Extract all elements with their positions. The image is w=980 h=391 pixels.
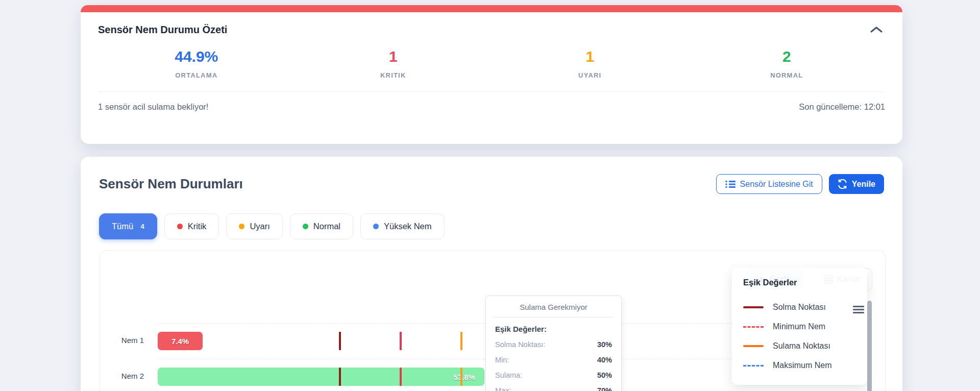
stat-value: 44.9% xyxy=(98,48,295,65)
chart-menu-icon[interactable] xyxy=(853,306,864,315)
stat-label: ORTALAMA xyxy=(98,71,295,79)
stat-value: 1 xyxy=(295,48,492,65)
threshold-tick-40 xyxy=(400,368,402,386)
legend-item: Sulama Noktası xyxy=(743,336,867,356)
tooltip-row-label: Solma Noktası: xyxy=(495,340,545,349)
status-dot-icon xyxy=(177,224,183,229)
legend-label: Sulama Noktası xyxy=(773,341,830,351)
sensors-card-title: Sensör Nem Durumları xyxy=(99,176,243,192)
stat-label: KRITIK xyxy=(295,71,492,79)
solid-line-swatch xyxy=(743,306,764,308)
summary-stats: 44.9%ORTALAMA1KRITIK1UYARI2NORMAL xyxy=(81,48,902,79)
row-gridline xyxy=(158,359,769,359)
solid-line-swatch xyxy=(743,345,764,347)
status-dot-icon xyxy=(239,224,244,229)
last-update-text: Son güncelleme: 12:01 xyxy=(799,102,885,112)
tooltip-row-label: Max: xyxy=(495,386,511,391)
tooltip-threshold-row: Max:70% xyxy=(495,386,612,391)
status-filters: Tümü4KritikUyarıNormalYüksek Nem xyxy=(81,213,902,239)
category-label: Nem 1 xyxy=(100,336,151,345)
summary-card: Sensör Nem Durumu Özeti 44.9%ORTALAMA1KR… xyxy=(81,5,902,144)
legend-item: Solma Noktası xyxy=(743,298,867,317)
summary-card-title: Sensör Nem Durumu Özeti xyxy=(98,24,227,36)
tooltip-row-label: Sulama: xyxy=(495,371,522,379)
filter-pill-uyarı[interactable]: Uyarı xyxy=(226,213,282,239)
tooltip-threshold-row: Min:40% xyxy=(495,356,612,364)
summary-stat: 1KRITIK xyxy=(295,48,492,79)
legend-item: Minimum Nem xyxy=(743,317,867,336)
summary-stat: 2NORMAL xyxy=(689,48,886,79)
status-dot-icon xyxy=(373,224,379,229)
stat-label: NORMAL xyxy=(689,71,886,79)
threshold-tick-50 xyxy=(460,368,462,386)
filter-pill-tümü[interactable]: Tümü4 xyxy=(99,213,157,239)
filter-pill-normal[interactable]: Normal xyxy=(290,213,353,239)
legend-item: Maksimum Nem xyxy=(743,356,867,375)
legend-title: Eşik Değerler xyxy=(743,278,867,287)
refresh-icon xyxy=(838,179,847,189)
filter-label: Yüksek Nem xyxy=(384,222,432,231)
humidity-bar[interactable]: 7.4% xyxy=(158,332,203,350)
tooltip-threshold-row: Sulama:50% xyxy=(495,371,612,379)
filter-label: Normal xyxy=(313,222,340,231)
legend-label: Minimum Nem xyxy=(773,322,825,331)
threshold-legend: Eşik Değerler Solma NoktasıMinimum NemSu… xyxy=(732,267,867,385)
tooltip-section-title: Eşik Değerler: xyxy=(495,325,612,333)
tooltip-row-value: 70% xyxy=(597,386,612,391)
threshold-tick-40 xyxy=(400,332,402,350)
filter-label: Kritik xyxy=(188,222,207,231)
critical-accent-bar xyxy=(81,5,902,12)
sensors-card: Sensör Nem Durumları Sensör Listesine Gi… xyxy=(81,157,902,391)
summary-stat: 1UYARI xyxy=(492,48,689,79)
chart-scrollbar-thumb[interactable] xyxy=(867,301,872,391)
legend-label: Maksimum Nem xyxy=(773,361,832,370)
go-to-sensor-list-label: Sensör Listesine Git xyxy=(740,180,813,189)
dashed-line-swatch xyxy=(743,326,764,328)
row-gridline xyxy=(158,323,769,324)
tooltip-threshold-row: Solma Noktası:30% xyxy=(495,340,612,349)
filter-pill-kritik[interactable]: Kritik xyxy=(164,213,219,239)
humidity-chart-panel: Nem 17.4%Nem 253.8% Grafik Kartlar E xyxy=(100,250,886,391)
stat-label: UYARI xyxy=(492,71,689,79)
filter-pill-yüksek-nem[interactable]: Yüksek Nem xyxy=(360,213,445,239)
tooltip-row-label: Min: xyxy=(495,356,509,364)
dashed-line-swatch xyxy=(743,365,764,366)
summary-stat: 44.9%ORTALAMA xyxy=(98,48,295,79)
refresh-label: Yenile xyxy=(852,180,875,189)
list-icon xyxy=(725,180,736,188)
bar-value-label: 53.8% xyxy=(158,373,484,381)
alert-text: 1 sensör acil sulama bekliyor! xyxy=(98,102,208,112)
threshold-tick-50 xyxy=(460,332,462,350)
bar-value-label: 7.4% xyxy=(158,337,203,346)
chevron-up-icon xyxy=(870,26,883,34)
chart-tooltip: Sulama Gerekmiyor Eşik Değerler: Solma N… xyxy=(485,296,622,391)
tooltip-row-value: 50% xyxy=(597,371,612,379)
tooltip-title: Sulama Gerekmiyor xyxy=(486,296,621,317)
filter-count-badge: 4 xyxy=(140,223,144,230)
filter-label: Uyarı xyxy=(250,222,270,231)
stat-value: 1 xyxy=(492,48,689,65)
collapse-button[interactable] xyxy=(868,23,885,36)
filter-label: Tümü xyxy=(112,222,133,231)
go-to-sensor-list-button[interactable]: Sensör Listesine Git xyxy=(716,174,822,194)
category-label: Nem 2 xyxy=(100,372,151,380)
stat-value: 2 xyxy=(689,48,886,65)
humidity-bar[interactable]: 53.8% xyxy=(158,368,484,386)
threshold-tick-30 xyxy=(339,368,341,386)
status-dot-icon xyxy=(303,224,308,229)
tooltip-row-value: 40% xyxy=(597,356,612,364)
tooltip-row-value: 30% xyxy=(597,340,612,349)
refresh-button[interactable]: Yenile xyxy=(829,174,884,194)
threshold-tick-30 xyxy=(339,332,341,350)
legend-label: Solma Noktası xyxy=(773,303,826,312)
